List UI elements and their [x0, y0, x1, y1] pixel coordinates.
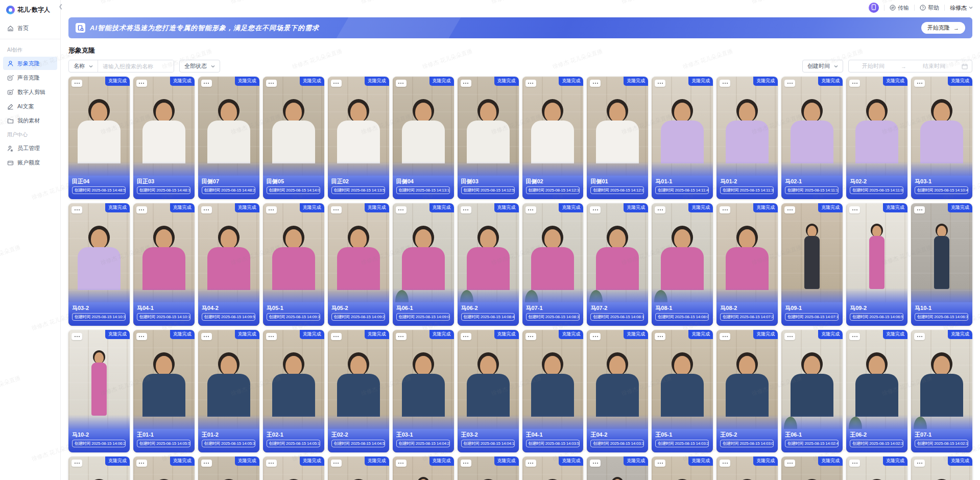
more-options-button[interactable] [266, 206, 277, 213]
mobile-app-button[interactable] [869, 3, 879, 13]
more-options-button[interactable] [396, 80, 407, 87]
avatar-card[interactable]: 克隆完成 [68, 457, 130, 480]
avatar-card[interactable]: 克隆完成 王02-2 创建时间 2025-08-15 14:04:56 [328, 330, 389, 452]
more-options-button[interactable] [136, 80, 147, 87]
start-clone-button[interactable]: 开始克隆→ [921, 22, 965, 34]
sort-field-select[interactable]: 创建时间 [802, 60, 843, 73]
more-options-button[interactable] [590, 460, 601, 467]
sidebar-item-ai-copywriting[interactable]: AI文案 [3, 100, 57, 113]
more-options-button[interactable] [266, 333, 277, 340]
more-options-button[interactable] [136, 333, 147, 340]
more-options-button[interactable] [136, 206, 147, 213]
more-options-button[interactable] [201, 333, 212, 340]
more-options-button[interactable] [784, 460, 795, 467]
sidebar-item-employee-management[interactable]: 员工管理 [3, 141, 57, 155]
more-options-button[interactable] [201, 80, 212, 87]
more-options-button[interactable] [201, 206, 212, 213]
more-options-button[interactable] [71, 460, 82, 467]
more-options-button[interactable] [720, 80, 730, 87]
more-options-button[interactable] [849, 206, 860, 213]
help-button[interactable]: 帮助 [920, 4, 939, 12]
avatar-card[interactable]: 克隆完成 马01-2 创建时间 2025-08-15 14:11:32 [716, 77, 778, 199]
avatar-card[interactable]: 克隆完成 马06-1 创建时间 2025-08-15 14:09:04 [393, 203, 454, 326]
avatar-card[interactable]: 克隆完成 [846, 457, 907, 480]
avatar-card[interactable]: 克隆完成 田侧01 创建时间 2025-08-15 14:12:06 [587, 77, 648, 199]
more-options-button[interactable] [849, 80, 860, 87]
avatar-card[interactable]: 克隆完成 王03-1 创建时间 2025-08-15 14:04:28 [393, 330, 454, 452]
more-options-button[interactable] [525, 333, 536, 340]
date-range-picker[interactable]: 开始时间 → 结束时间 [848, 60, 972, 73]
avatar-card[interactable]: 克隆完成 田正02 创建时间 2025-08-15 14:13:50 [328, 77, 389, 199]
sidebar-collapse-icon[interactable]: ❮ [58, 3, 64, 10]
avatar-card[interactable]: 克隆完成 [587, 457, 648, 480]
more-options-button[interactable] [590, 206, 601, 213]
avatar-card[interactable]: 克隆完成 王01-1 创建时间 2025-08-15 14:05:50 [133, 330, 195, 452]
avatar-card[interactable]: 克隆完成 马02-1 创建时间 2025-08-15 14:11:16 [781, 77, 843, 199]
avatar-card[interactable]: 克隆完成 [522, 457, 584, 480]
avatar-card[interactable]: 克隆完成 [328, 457, 389, 480]
avatar-card[interactable]: 克隆完成 马08-1 创建时间 2025-08-15 14:08:02 [652, 203, 713, 326]
search-field-select[interactable]: 名称 [69, 60, 98, 72]
avatar-card[interactable]: 克隆完成 [133, 457, 195, 480]
avatar-card[interactable]: 克隆完成 田正03 创建时间 2025-08-15 14:48:30 [133, 77, 195, 199]
avatar-card[interactable]: 克隆完成 马03-1 创建时间 2025-08-15 14:10:47 [911, 77, 972, 199]
avatar-card[interactable]: 克隆完成 王06-1 创建时间 2025-08-15 14:02:46 [781, 330, 843, 452]
avatar-card[interactable]: 克隆完成 田侧02 创建时间 2025-08-15 14:12:37 [522, 77, 584, 199]
more-options-button[interactable] [655, 206, 665, 213]
more-options-button[interactable] [525, 460, 536, 467]
status-filter-select[interactable]: 全部状态 [179, 60, 220, 73]
more-options-button[interactable] [266, 460, 277, 467]
avatar-card[interactable]: 克隆完成 田侧07 创建时间 2025-08-15 14:48:23 [198, 77, 259, 199]
avatar-card[interactable]: 克隆完成 马07-2 创建时间 2025-08-15 14:08:17 [587, 203, 648, 326]
avatar-card[interactable]: 克隆完成 田正04 创建时间 2025-08-15 14:48:54 [68, 77, 130, 199]
more-options-button[interactable] [396, 333, 407, 340]
more-options-button[interactable] [396, 460, 407, 467]
avatar-card[interactable]: 克隆完成 马04-2 创建时间 2025-08-15 14:09:58 [198, 203, 259, 326]
avatar-card[interactable]: 克隆完成 田侧03 创建时间 2025-08-15 14:12:57 [458, 77, 519, 199]
more-options-button[interactable] [461, 460, 471, 467]
sidebar-item-home[interactable]: 首页 [3, 21, 57, 35]
more-options-button[interactable] [331, 206, 342, 213]
avatar-card[interactable]: 克隆完成 田侧05 创建时间 2025-08-15 14:14:09 [263, 77, 324, 199]
avatar-card[interactable]: 克隆完成 王07-1 创建时间 2025-08-15 14:02:18 [911, 330, 972, 452]
avatar-card[interactable]: 克隆完成 [652, 457, 713, 480]
avatar-card[interactable]: 克隆完成 马05-2 创建时间 2025-08-15 14:09:20 [328, 203, 389, 326]
more-options-button[interactable] [720, 460, 730, 467]
avatar-card[interactable]: 克隆完成 王02-1 创建时间 2025-08-15 14:05:13 [263, 330, 324, 452]
more-options-button[interactable] [331, 333, 342, 340]
more-options-button[interactable] [720, 206, 730, 213]
more-options-button[interactable] [590, 333, 601, 340]
avatar-card[interactable]: 克隆完成 王05-2 创建时间 2025-08-15 14:03:05 [716, 330, 778, 452]
avatar-card[interactable]: 克隆完成 马10-1 创建时间 2025-08-15 14:06:39 [911, 203, 972, 326]
more-options-button[interactable] [784, 333, 795, 340]
more-options-button[interactable] [71, 80, 82, 87]
avatar-card[interactable]: 克隆完成 马01-1 创建时间 2025-08-15 14:11:45 [652, 77, 713, 199]
sidebar-item-digital-human-edit[interactable]: 数字人剪辑 [3, 85, 57, 99]
avatar-card[interactable]: 克隆完成 马03-2 创建时间 2025-08-15 14:10:32 [68, 203, 130, 326]
more-options-button[interactable] [914, 80, 925, 87]
more-options-button[interactable] [266, 80, 277, 87]
avatar-card[interactable]: 克隆完成 王04-1 创建时间 2025-08-15 14:03:58 [522, 330, 584, 452]
sidebar-item-avatar-clone[interactable]: 形象克隆 [3, 57, 57, 70]
avatar-card[interactable]: 克隆完成 王01-2 创建时间 2025-08-15 14:05:34 [198, 330, 259, 452]
more-options-button[interactable] [525, 80, 536, 87]
more-options-button[interactable] [461, 333, 471, 340]
avatar-card[interactable]: 克隆完成 田侧04 创建时间 2025-08-15 14:13:18 [393, 77, 454, 199]
avatar-card[interactable]: 克隆完成 马05-1 创建时间 2025-08-15 14:09:35 [263, 203, 324, 326]
more-options-button[interactable] [331, 460, 342, 467]
avatar-card[interactable]: 克隆完成 王03-2 创建时间 2025-08-15 14:04:13 [458, 330, 519, 452]
avatar-card[interactable]: 克隆完成 [911, 457, 972, 480]
avatar-card[interactable]: 克隆完成 [393, 457, 454, 480]
more-options-button[interactable] [331, 80, 342, 87]
sidebar-item-voice-clone[interactable]: 声音克隆 [3, 71, 57, 84]
avatar-card[interactable]: 克隆完成 马10-2 创建时间 2025-08-15 14:06:20 [68, 330, 130, 452]
sidebar-item-my-materials[interactable]: 我的素材 [3, 114, 57, 127]
more-options-button[interactable] [396, 206, 407, 213]
more-options-button[interactable] [914, 333, 925, 340]
avatar-card[interactable]: 克隆完成 王04-2 创建时间 2025-08-15 14:03:39 [587, 330, 648, 452]
avatar-card[interactable]: 克隆完成 王05-1 创建时间 2025-08-15 14:03:22 [652, 330, 713, 452]
avatar-card[interactable]: 克隆完成 马02-2 创建时间 2025-08-15 14:11:02 [846, 77, 907, 199]
avatar-card[interactable]: 克隆完成 [781, 457, 843, 480]
more-options-button[interactable] [71, 333, 82, 340]
avatar-card[interactable]: 克隆完成 马07-1 创建时间 2025-08-15 14:08:31 [522, 203, 584, 326]
